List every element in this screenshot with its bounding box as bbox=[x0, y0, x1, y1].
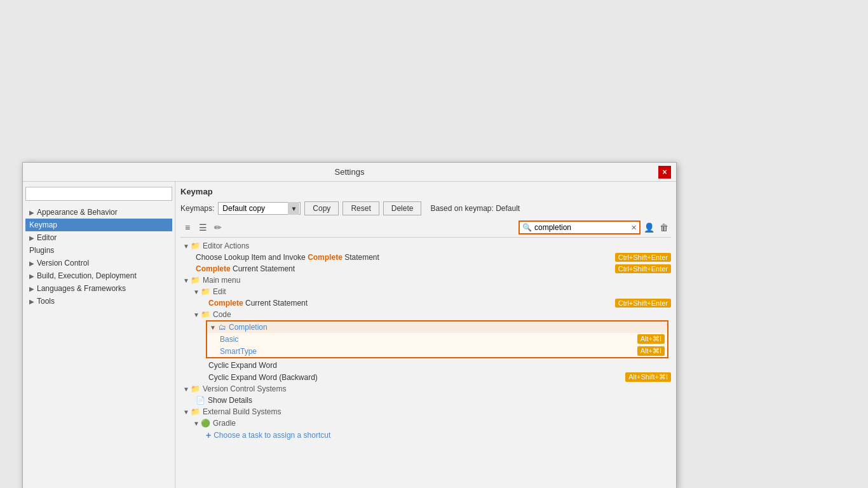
tree-row-cyclic-expand-backward[interactable]: Cyclic Expand Word (Backward) Alt+Shift+… bbox=[180, 371, 671, 383]
sidebar: ▶ Appearance & Behavior Keymap ▶ Editor … bbox=[23, 182, 175, 488]
section-label: Editor Actions bbox=[203, 241, 249, 250]
sidebar-item-label: Plugins bbox=[29, 246, 54, 255]
user-icon[interactable]: 👤 bbox=[642, 220, 656, 234]
arrow-icon: ▶ bbox=[29, 285, 34, 292]
tree-row-smarttype[interactable]: SmartType Alt+⌘I bbox=[207, 345, 667, 357]
gradle-label: Gradle bbox=[213, 419, 236, 428]
sidebar-item-label: Editor bbox=[37, 233, 57, 242]
section-label: Edit bbox=[213, 287, 226, 296]
arrow-icon: ▶ bbox=[29, 298, 34, 305]
sidebar-item-version-control[interactable]: ▶ Version Control bbox=[25, 257, 172, 269]
sidebar-item-label: Tools bbox=[37, 297, 55, 306]
collapse-arrow[interactable]: ▼ bbox=[210, 324, 217, 331]
dialog-title: Settings bbox=[335, 167, 365, 177]
sidebar-item-label: Keymap bbox=[29, 220, 57, 229]
shortcut-badge: Alt+⌘I bbox=[637, 334, 665, 344]
show-details-label: Show Details bbox=[208, 396, 252, 405]
folder-icon: 📁 bbox=[201, 287, 210, 296]
item-label: Complete Current Statement bbox=[208, 299, 308, 308]
desktop: Settings × ▶ Appearance & Behavior Keyma… bbox=[0, 0, 868, 488]
copy-button[interactable]: Copy bbox=[304, 201, 339, 215]
arrow-icon: ▶ bbox=[29, 273, 34, 280]
collapse-arrow[interactable]: ▼ bbox=[193, 420, 201, 427]
sidebar-search-input[interactable] bbox=[25, 187, 172, 201]
completion-group-header[interactable]: ▼ 🗂 Completion bbox=[207, 322, 667, 333]
cyclic-expand-label: Cyclic Expand Word bbox=[208, 361, 277, 370]
shortcut-badge: Alt+Shift+⌘I bbox=[625, 372, 671, 382]
trash-icon[interactable]: 🗑 bbox=[657, 220, 671, 234]
tree-row-basic[interactable]: Basic Alt+⌘I bbox=[207, 333, 667, 345]
add-icon: + bbox=[206, 430, 211, 440]
folder-icon: 📁 bbox=[201, 310, 210, 319]
shortcut-search-input[interactable] bbox=[534, 223, 630, 232]
keymap-label: Keymaps: bbox=[180, 204, 214, 213]
tree-section-code[interactable]: ▼ 📁 Code bbox=[180, 309, 671, 320]
arrow-icon: ▶ bbox=[29, 234, 34, 241]
keymap-dropdown-wrapper: Default copy ▼ bbox=[218, 202, 301, 215]
folder-icon: 📁 bbox=[191, 241, 200, 250]
doc-icon: 📄 bbox=[196, 396, 205, 405]
shortcut-badge: Ctrl+Shift+Enter bbox=[615, 299, 671, 308]
section-title: Keymap bbox=[180, 187, 671, 196]
collapse-all-icon[interactable]: ☰ bbox=[196, 220, 210, 234]
title-bar: Settings × bbox=[23, 163, 676, 182]
folder-icon: 📁 bbox=[191, 407, 200, 416]
sidebar-item-label: Appearance & Behavior bbox=[37, 208, 118, 217]
collapse-arrow[interactable]: ▼ bbox=[183, 386, 191, 393]
tree-section-editor-actions[interactable]: ▼ 📁 Editor Actions bbox=[180, 240, 671, 252]
gradle-icon: 🟢 bbox=[201, 419, 210, 428]
tree-section-main-menu[interactable]: ▼ 📁 Main menu bbox=[180, 274, 671, 286]
edit-icon[interactable]: ✏ bbox=[211, 220, 225, 234]
reset-button[interactable]: Reset bbox=[342, 201, 379, 215]
collapse-arrow[interactable]: ▼ bbox=[183, 409, 191, 416]
tree-row-cyclic-expand[interactable]: Cyclic Expand Word bbox=[180, 360, 671, 371]
folder-icon: 📁 bbox=[191, 384, 200, 393]
choose-task-label: Choose a task to assign a shortcut bbox=[214, 431, 330, 440]
settings-dialog: Settings × ▶ Appearance & Behavior Keyma… bbox=[22, 162, 677, 488]
dialog-body: ▶ Appearance & Behavior Keymap ▶ Editor … bbox=[23, 182, 676, 488]
sidebar-item-label: Build, Execution, Deployment bbox=[37, 271, 137, 280]
shortcut-badge: Ctrl+Shift+Enter bbox=[615, 253, 671, 262]
sidebar-item-keymap[interactable]: Keymap bbox=[25, 219, 172, 231]
tree-row-complete-current-1[interactable]: Complete Current Statement Ctrl+Shift+En… bbox=[180, 263, 671, 274]
folder-icon: 📁 bbox=[191, 276, 200, 285]
completion-group-label: Completion bbox=[229, 323, 268, 332]
content-area: Keymap Keymaps: Default copy ▼ Copy Rese… bbox=[175, 182, 676, 488]
collapse-arrow[interactable]: ▼ bbox=[193, 288, 201, 295]
tree-container: ▼ 📁 Editor Actions Choose Lookup Item an… bbox=[180, 240, 671, 484]
tree-row-choose-lookup[interactable]: Choose Lookup Item and Invoke Complete S… bbox=[180, 252, 671, 263]
tree-section-vcs[interactable]: ▼ 📁 Version Control Systems bbox=[180, 383, 671, 395]
shortcut-badge: Ctrl+Shift+Enter bbox=[615, 264, 671, 273]
sidebar-item-editor[interactable]: ▶ Editor bbox=[25, 231, 172, 244]
section-label: External Build Systems bbox=[203, 407, 281, 416]
sidebar-item-plugins[interactable]: Plugins bbox=[25, 244, 172, 257]
sidebar-item-tools[interactable]: ▶ Tools bbox=[25, 295, 172, 308]
item-label: Choose Lookup Item and Invoke Complete S… bbox=[196, 253, 379, 262]
tree-section-external-build[interactable]: ▼ 📁 External Build Systems bbox=[180, 406, 671, 417]
tree-row-complete-current-2[interactable]: Complete Current Statement Ctrl+Shift+En… bbox=[180, 297, 671, 309]
collapse-arrow[interactable]: ▼ bbox=[183, 243, 191, 250]
search-wrapper: 🔍 ✕ bbox=[519, 220, 641, 234]
section-label: Version Control Systems bbox=[203, 384, 286, 393]
expand-all-icon[interactable]: ≡ bbox=[180, 220, 194, 234]
sidebar-item-build[interactable]: ▶ Build, Execution, Deployment bbox=[25, 269, 172, 282]
keymap-dropdown[interactable]: Default copy bbox=[218, 202, 301, 215]
highlight: Complete bbox=[208, 299, 243, 308]
arrow-icon: ▶ bbox=[29, 260, 34, 267]
delete-button[interactable]: Delete bbox=[383, 201, 422, 215]
search-icon: 🔍 bbox=[522, 223, 532, 232]
basic-label: Basic bbox=[220, 335, 238, 344]
tree-row-choose-task[interactable]: + Choose a task to assign a shortcut bbox=[180, 429, 671, 442]
tree-row-gradle[interactable]: ▼ 🟢 Gradle bbox=[180, 417, 671, 429]
collapse-arrow[interactable]: ▼ bbox=[193, 311, 201, 318]
tree-row-show-details[interactable]: 📄 Show Details bbox=[180, 395, 671, 406]
sidebar-item-label: Languages & Frameworks bbox=[37, 284, 126, 293]
sidebar-item-appearance[interactable]: ▶ Appearance & Behavior bbox=[25, 206, 172, 219]
close-button[interactable]: × bbox=[658, 166, 671, 179]
search-clear-icon[interactable]: ✕ bbox=[631, 224, 637, 232]
actions-toolbar: ≡ ☰ ✏ 🔍 ✕ 👤 🗑 bbox=[180, 220, 671, 238]
tree-section-edit[interactable]: ▼ 📁 Edit bbox=[180, 286, 671, 297]
collapse-arrow[interactable]: ▼ bbox=[183, 277, 191, 284]
arrow-icon: ▶ bbox=[29, 209, 34, 216]
sidebar-item-languages[interactable]: ▶ Languages & Frameworks bbox=[25, 282, 172, 295]
